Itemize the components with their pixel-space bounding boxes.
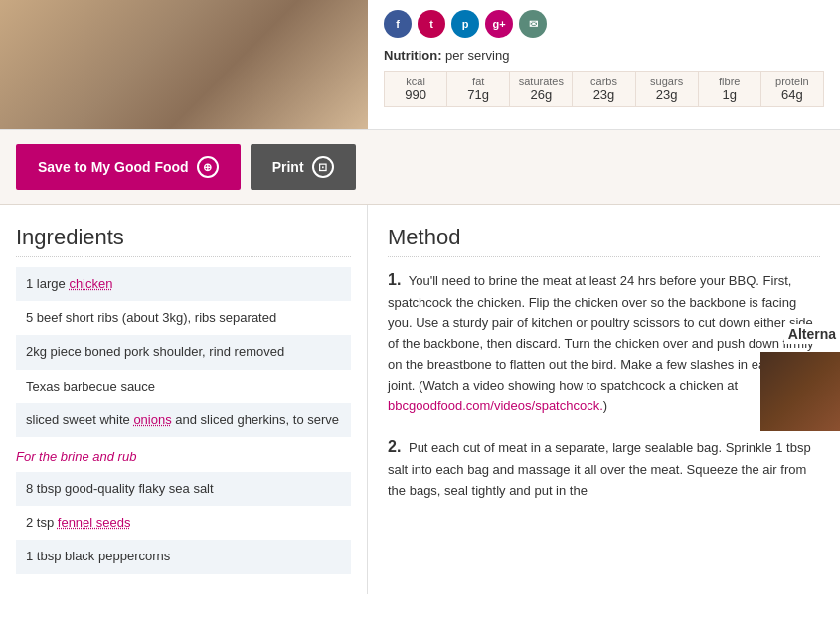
- method-step-1: 1. You'll need to brine the meat at leas…: [388, 267, 820, 416]
- ingredients-column: Ingredients 1 large chicken 5 beef short…: [0, 205, 368, 594]
- alternate-image: [760, 352, 840, 431]
- list-item: 2 tsp fennel seeds: [16, 506, 351, 540]
- nutrition-fat: fat 71g: [447, 72, 510, 106]
- list-item: sliced sweet white onions and sliced ghe…: [16, 403, 351, 437]
- googleplus-icon[interactable]: g+: [485, 10, 513, 38]
- list-item: Texas barbecue sauce: [16, 370, 351, 403]
- list-item: 2kg piece boned pork shoulder, rind remo…: [16, 335, 351, 369]
- nutrition-protein: protein 64g: [761, 72, 823, 106]
- print-icon: ⊡: [312, 156, 334, 178]
- pinterest-icon[interactable]: p: [451, 10, 479, 38]
- nutrition-kcal: kcal 990: [385, 72, 447, 106]
- step-number-1: 1.: [388, 271, 401, 288]
- save-icon: ⊕: [197, 156, 219, 178]
- list-item: 5 beef short ribs (about 3kg), ribs sepa…: [16, 301, 351, 335]
- list-item: 8 tbsp good-quality flaky sea salt: [16, 472, 351, 506]
- list-item: 1 tbsp black peppercorns: [16, 540, 351, 573]
- nutrition-label: Nutrition: per serving: [384, 48, 824, 63]
- ingredient-list: 1 large chicken 5 beef short ribs (about…: [16, 267, 351, 437]
- main-content: Ingredients 1 large chicken 5 beef short…: [0, 205, 840, 594]
- fennel-seeds-link[interactable]: fennel seeds: [58, 515, 131, 530]
- bbcgoodfood-link[interactable]: bbcgoodfood.com/videos/spatchcock.: [388, 398, 603, 413]
- nutrition-fibre: fibre 1g: [699, 72, 761, 106]
- nutrition-grid: kcal 990 fat 71g saturates 26g carbs 23g…: [384, 71, 824, 107]
- nutrition-saturates: saturates 26g: [510, 72, 573, 106]
- method-step-2: 2. Put each cut of meat in a separate, l…: [388, 434, 820, 501]
- nutrition-panel: f t p g+ ✉ Nutrition: per serving kcal 9…: [368, 0, 840, 129]
- step-number-2: 2.: [388, 438, 401, 455]
- ingredients-title: Ingredients: [16, 225, 351, 257]
- food-image: [0, 0, 368, 129]
- onions-link[interactable]: onions: [133, 412, 171, 427]
- alternate-label: Alterna: [784, 324, 840, 344]
- facebook-icon[interactable]: f: [384, 10, 412, 38]
- email-icon[interactable]: ✉: [519, 10, 547, 38]
- save-button[interactable]: Save to My Good Food ⊕: [16, 144, 241, 190]
- top-bar: f t p g+ ✉ Nutrition: per serving kcal 9…: [0, 0, 840, 130]
- method-title: Method: [388, 225, 820, 257]
- social-icons-row: f t p g+ ✉: [384, 10, 824, 38]
- print-button[interactable]: Print ⊡: [251, 144, 356, 190]
- chicken-link[interactable]: chicken: [69, 276, 112, 291]
- action-bar: Save to My Good Food ⊕ Print ⊡: [0, 130, 840, 205]
- method-column: Method 1. You'll need to brine the meat …: [368, 205, 840, 594]
- recipe-image: [0, 0, 368, 129]
- nutrition-carbs: carbs 23g: [573, 72, 635, 106]
- nutrition-sugars: sugars 23g: [636, 72, 699, 106]
- brine-ingredient-list: 8 tbsp good-quality flaky sea salt 2 tsp…: [16, 472, 351, 574]
- brine-heading: For the brine and rub: [16, 449, 351, 464]
- twitter-icon[interactable]: t: [418, 10, 445, 38]
- list-item: 1 large chicken: [16, 267, 351, 301]
